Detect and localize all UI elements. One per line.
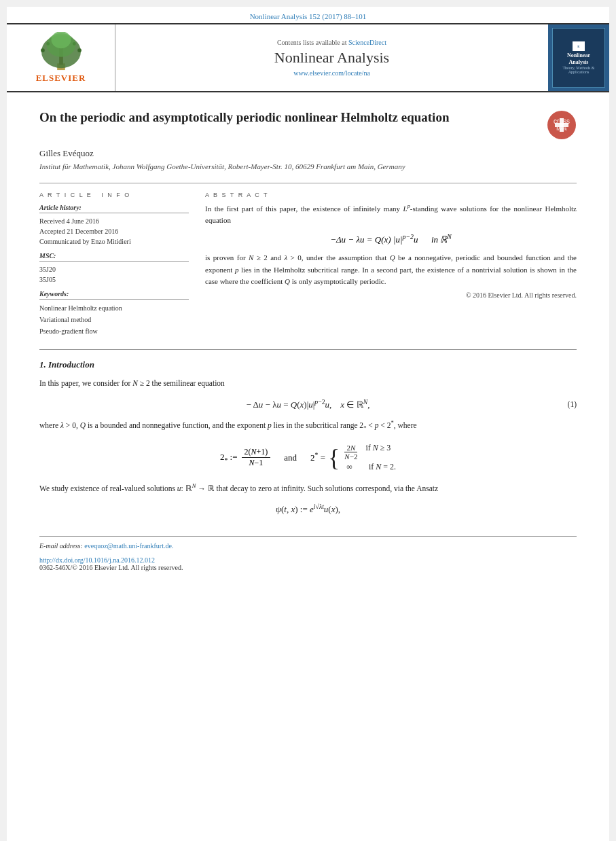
footnote-area: E-mail address: evequoz@math.uni-frankfu…: [39, 536, 577, 571]
email-label: E-mail address:: [39, 542, 83, 550]
formula-2star-cases: 2* = { 2N N−2 if N ≥ 3 ∞ if N = 2.: [310, 443, 396, 472]
keyword1: Nonlinear Helmholtz equation: [39, 302, 189, 314]
abstract-text2: is proven for N ≥ 2 and λ > 0, under the…: [205, 252, 577, 287]
msc2: 35J05: [39, 274, 189, 285]
keyword2: Variational method: [39, 314, 189, 325]
keywords-label: Keywords:: [39, 290, 189, 300]
abstract-col: A B S T R A C T In the first part of thi…: [205, 192, 577, 337]
cover-journal-title: NonlinearAnalysis: [567, 52, 590, 65]
svg-point-6: [77, 48, 81, 52]
journal-title: Nonlinear Analysis: [274, 49, 389, 67]
accepted-date: Accepted 21 December 2016: [39, 226, 189, 236]
msc1: 35J20: [39, 264, 189, 274]
received-date: Received 4 June 2016: [39, 216, 189, 226]
case1: 2N N−2 if N ≥ 3: [342, 443, 396, 461]
journal-title-box: Contents lists available at ScienceDirec…: [115, 24, 548, 91]
equation1-block: − Δu − λu = Q(x)|u|p−2u, x ∈ ℝN, (1): [39, 398, 577, 410]
author-affiliation: Institut für Mathematik, Johann Wolfgang…: [39, 162, 577, 172]
elsevier-banner: ELSEVIER Contents lists available at Sci…: [7, 24, 609, 92]
abstract-equation: −Δu − λu = Q(x) |u|p−2u in ℝN: [205, 233, 577, 245]
rights-line: 0362-546X/© 2016 Elsevier Ltd. All right…: [39, 564, 577, 571]
contents-line: Contents lists available at ScienceDirec…: [277, 39, 386, 46]
formula-row: 2* := 2(N+1) N−1 and 2* = { 2N N−2: [39, 443, 577, 472]
main-content: On the periodic and asymptotically perio…: [7, 92, 609, 588]
crossmark-icon: cross Mark: [547, 110, 577, 140]
svg-point-4: [51, 32, 71, 48]
intro-para3: We study existence of real-valued soluti…: [39, 482, 577, 495]
svg-rect-13: [555, 123, 568, 127]
doi-link[interactable]: http://dx.doi.org/10.1016/j.na.2016.12.0…: [39, 556, 577, 564]
abstract-text: In the first part of this paper, the exi…: [205, 202, 577, 226]
svg-point-7: [46, 42, 50, 46]
equation1-number: (1): [568, 400, 577, 408]
history-label: Article history:: [39, 204, 189, 213]
ansatz-content: ψ(t, x) := ei√λtu(x),: [276, 503, 340, 515]
communicated-by: Communicated by Enzo Mitidieri: [39, 236, 189, 247]
article-title-section: On the periodic and asymptotically perio…: [39, 109, 577, 140]
brace-icon: {: [328, 446, 340, 470]
elsevier-wordmark: ELSEVIER: [36, 73, 86, 84]
section1-title: 1. Introduction: [39, 359, 577, 370]
article-title: On the periodic and asymptotically perio…: [39, 109, 540, 126]
journal-cover-box: E NonlinearAnalysis Theory, Methods &App…: [548, 24, 609, 91]
svg-point-8: [72, 42, 75, 46]
intro-para2: where λ > 0, Q is a bounded and nonnegat…: [39, 418, 577, 433]
svg-point-5: [41, 48, 45, 52]
keywords-list: Nonlinear Helmholtz equation Variational…: [39, 302, 189, 337]
equation1-content: − Δu − λu = Q(x)|u|p−2u, x ∈ ℝN,: [247, 398, 370, 410]
article-info-col: A R T I C L E I N F O Article history: R…: [39, 192, 189, 337]
formula-and: and: [284, 452, 297, 463]
ansatz-block: ψ(t, x) := ei√λtu(x),: [39, 503, 577, 515]
case2: ∞ if N = 2.: [342, 462, 396, 472]
sciencedirect-link[interactable]: ScienceDirect: [348, 39, 386, 46]
article-info-label: A R T I C L E I N F O: [39, 192, 189, 198]
msc-label: MSC:: [39, 252, 189, 262]
section1-divider: [39, 349, 577, 350]
abstract-label: A B S T R A C T: [205, 192, 577, 198]
journal-url[interactable]: www.elsevier.com/locate/na: [293, 69, 370, 77]
brace-cases: 2N N−2 if N ≥ 3 ∞ if N = 2.: [342, 443, 396, 472]
journal-header: Nonlinear Analysis 152 (2017) 88–101: [7, 7, 609, 24]
intro-para1: In this paper, we consider for N ≥ 2 the…: [39, 377, 577, 389]
info-abstract-row: A R T I C L E I N F O Article history: R…: [39, 183, 577, 337]
email-address[interactable]: evequoz@math.uni-frankfurt.de.: [84, 542, 173, 550]
email-footnote: E-mail address: evequoz@math.uni-frankfu…: [39, 541, 577, 551]
journal-cover-image: E NonlinearAnalysis Theory, Methods &App…: [552, 28, 605, 88]
copyright-line: © 2016 Elsevier Ltd. All rights reserved…: [205, 291, 577, 299]
elsevier-logo-box: ELSEVIER: [7, 24, 115, 91]
formula-2star-def: 2* := 2(N+1) N−1: [220, 447, 270, 468]
elsevier-tree-icon: [27, 32, 95, 71]
journal-citation: Nonlinear Analysis 152 (2017) 88–101: [250, 12, 367, 20]
author-name: Gilles Evéquoz: [39, 148, 577, 159]
page: Nonlinear Analysis 152 (2017) 88–101 ELS…: [7, 7, 609, 841]
keyword3: Pseudo-gradient flow: [39, 325, 189, 337]
